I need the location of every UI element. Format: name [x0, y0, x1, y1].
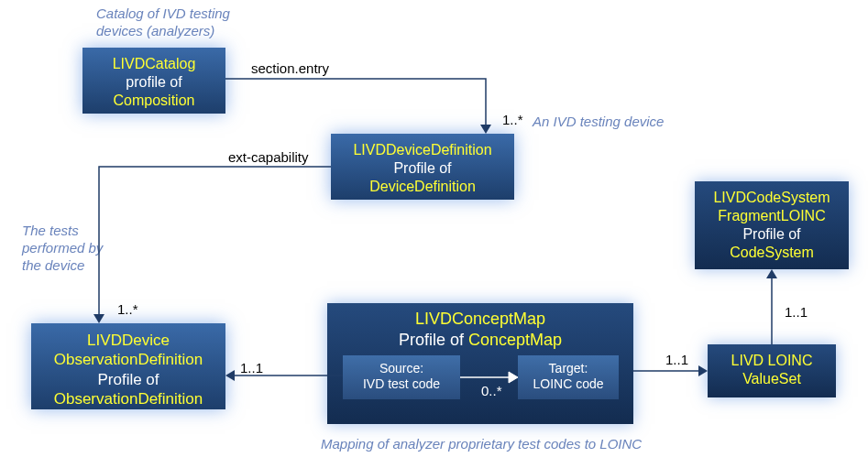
conceptmap-source-b: IVD test code — [348, 376, 455, 392]
edge-card-vs-to-cs: 1..1 — [785, 304, 808, 320]
codesystem-l1: LIVDCodeSystem — [704, 189, 840, 207]
edge-card-section-entry: 1..* — [502, 112, 523, 127]
edge-label-section-entry: section.entry — [251, 60, 329, 76]
devicedef-base: DeviceDefinition — [340, 178, 505, 196]
caption-catalog: Catalog of IVD testing devices (analyzer… — [96, 5, 261, 40]
obsdef-title-a: LIVDDevice — [40, 331, 216, 350]
obsdef-base: ObservationDefinition — [40, 389, 216, 408]
edge-card-ext-capability: 1..* — [117, 301, 138, 317]
conceptmap-base: ConceptMap — [468, 331, 562, 349]
catalog-base: Composition — [92, 92, 216, 110]
obsdef-profile-of: Profile of — [40, 370, 216, 389]
edge-card-cm-inner: 0..* — [481, 383, 502, 398]
node-livd-loinc-valueset: LIVD LOINC ValueSet — [708, 344, 836, 397]
valueset-l2: ValueSet — [717, 370, 827, 388]
svg-marker-5 — [766, 269, 777, 278]
codesystem-l2: FragmentLOINC — [704, 207, 840, 225]
catalog-title: LIVDCatalog — [92, 55, 216, 73]
catalog-profile-of: profile of — [92, 73, 216, 92]
caption-tests: The tests performed by the device — [22, 223, 123, 274]
conceptmap-source-a: Source: — [348, 361, 455, 376]
conceptmap-profile-of: Profile of — [399, 331, 468, 349]
devicedef-profile-of: Profile of — [340, 159, 505, 178]
conceptmap-target-a: Target: — [523, 361, 613, 376]
svg-marker-1 — [93, 314, 104, 323]
svg-marker-2 — [225, 370, 235, 381]
caption-device: An IVD testing device — [533, 114, 664, 131]
conceptmap-target-box: Target: LOINC code — [518, 355, 619, 399]
node-livd-device-definition: LIVDDeviceDefinition Profile of DeviceDe… — [331, 134, 514, 200]
edge-card-cm-to-obs: 1..1 — [240, 360, 263, 375]
edge-card-cm-to-vs: 1..1 — [665, 352, 688, 367]
svg-marker-0 — [480, 125, 491, 134]
conceptmap-title: LIVDConceptMap — [336, 309, 624, 330]
devicedef-title: LIVDDeviceDefinition — [340, 141, 505, 159]
codesystem-base: CodeSystem — [704, 244, 840, 262]
conceptmap-target-b: LOINC code — [523, 376, 613, 392]
codesystem-profile-of: Profile of — [704, 225, 840, 244]
svg-marker-4 — [698, 365, 708, 376]
caption-mapping: Mapping of analyzer proprietary test cod… — [321, 436, 642, 453]
node-livd-catalog: LIVDCatalog profile of Composition — [82, 48, 225, 114]
obsdef-title-b: ObservationDefinition — [40, 350, 216, 369]
valueset-l1: LIVD LOINC — [717, 352, 827, 370]
conceptmap-source-box: Source: IVD test code — [343, 355, 460, 399]
edge-label-ext-capability: ext-capability — [228, 149, 309, 165]
node-livd-codesystem: LIVDCodeSystem FragmentLOINC Profile of … — [695, 181, 849, 269]
node-livd-observation-definition: LIVDDevice ObservationDefinition Profile… — [31, 323, 225, 409]
